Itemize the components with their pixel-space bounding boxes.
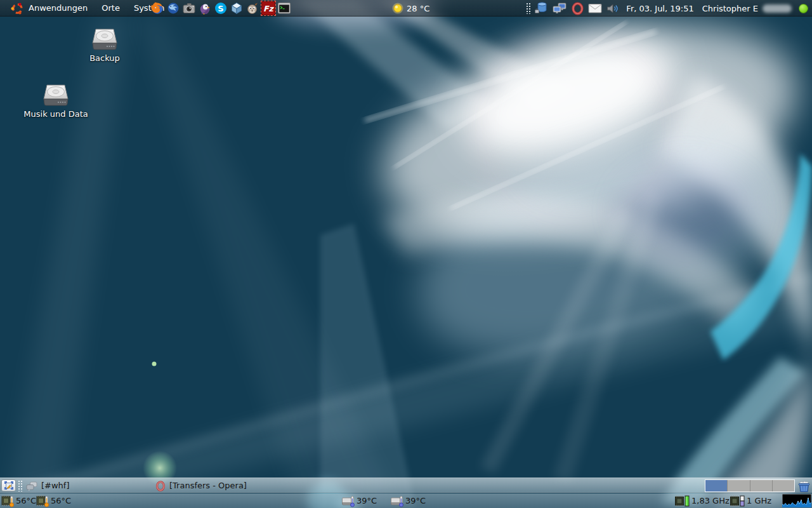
taskbar: [#whf] [Transfers - Opera] (0, 478, 812, 493)
firefox-icon (150, 1, 164, 15)
window-button-whf[interactable]: [#whf] (26, 478, 69, 493)
sensor-bar: 56°C 56°C 39°C 39°C (0, 493, 812, 508)
pidgin-icon (198, 1, 212, 15)
top-panel: Anwendungen Orte System (0, 0, 812, 17)
launcher-pidgin[interactable] (198, 1, 212, 15)
panel-launchers: S Fz (150, 1, 291, 15)
cpu-freq-applet-2[interactable]: 1 GHz (730, 493, 771, 508)
desktop-icon-label: Musik und Data (23, 109, 88, 119)
system-load-graph[interactable] (782, 494, 811, 507)
taskbar-drag-handle-icon[interactable] (18, 480, 23, 491)
hard-drive-icon (41, 83, 70, 107)
svg-text:Fz: Fz (263, 4, 275, 13)
tray-drag-handle-icon[interactable] (526, 3, 531, 14)
menu-label: Anwendungen (29, 0, 88, 17)
window-title: [#whf] (41, 478, 69, 493)
gimp-icon (246, 1, 259, 15)
trash-icon (797, 479, 811, 493)
filezilla-icon: Fz (261, 1, 275, 15)
opera-icon (155, 481, 166, 491)
cpu-temp-sensor-2: 56°C (36, 493, 71, 508)
clock-applet[interactable]: Fr, 03. Jul, 19:51 (626, 4, 693, 13)
cpu-temp-value: 56°C (51, 493, 71, 508)
cpu-freq-icon (674, 495, 690, 507)
presence-status-icon[interactable] (799, 4, 808, 13)
ubuntu-logo-icon (11, 2, 24, 15)
cpu-chip-thermometer-icon (1, 495, 15, 507)
svg-text:S: S (218, 4, 223, 13)
launcher-gimp[interactable] (246, 1, 259, 15)
mail-envelope-icon[interactable] (587, 2, 603, 15)
launcher-thunderbird[interactable] (166, 1, 180, 15)
network-monitors-icon[interactable] (552, 1, 568, 15)
workspace-4[interactable] (773, 480, 794, 491)
menu-anwendungen[interactable]: Anwendungen (4, 0, 95, 17)
virtualbox-icon (230, 1, 244, 15)
wallpaper-swoosh-art (0, 0, 812, 508)
menu-orte[interactable]: Orte (95, 0, 127, 17)
volume-speaker-icon[interactable] (606, 2, 619, 15)
workspace-1[interactable] (705, 480, 728, 491)
trash-applet[interactable] (797, 479, 811, 493)
skype-icon: S (214, 1, 228, 15)
window-title: [Transfers - Opera] (169, 478, 247, 493)
hard-drive-icon (90, 27, 119, 51)
launcher-terminal[interactable] (277, 1, 291, 15)
weather-applet[interactable]: 28 °C (391, 0, 429, 17)
hdd-thermometer-icon (341, 495, 355, 507)
hdd-thermometer-icon (390, 495, 404, 507)
launcher-firefox[interactable] (150, 1, 164, 15)
workspace-2[interactable] (728, 480, 750, 491)
launcher-filezilla[interactable]: Fz (261, 1, 275, 15)
menu-label: Orte (102, 0, 120, 17)
desktop-icon-backup[interactable]: Backup (67, 27, 143, 63)
cpu-freq-applet-1[interactable]: 1,83 GHz (674, 493, 730, 508)
desktop-icon-label: Backup (89, 53, 120, 63)
launcher-screenshot[interactable] (182, 1, 196, 15)
launcher-virtualbox[interactable] (230, 1, 244, 15)
cpu-freq-icon (730, 495, 745, 507)
cpu-freq-value: 1 GHz (747, 493, 771, 508)
workspace-3[interactable] (750, 480, 773, 491)
thunderbird-icon (166, 1, 180, 15)
camera-icon (182, 1, 196, 15)
cpu-freq-value: 1,83 GHz (691, 493, 730, 508)
hdd-temp-value: 39°C (357, 493, 377, 508)
system-tray: Fr, 03. Jul, 19:51 Christopher E (526, 0, 808, 17)
cpu-chip-thermometer-icon (36, 495, 49, 507)
launcher-skype[interactable]: S (214, 1, 228, 15)
workspace-switcher (705, 479, 795, 492)
hdd-temp-sensor-1: 39°C (341, 493, 377, 508)
cpu-temp-value: 56°C (16, 493, 36, 508)
terminal-icon (277, 1, 291, 15)
weather-temperature: 28 °C (407, 4, 429, 13)
hdd-temp-value: 39°C (405, 493, 426, 508)
show-desktop-icon (4, 481, 14, 490)
user-menu[interactable]: Christopher E (702, 4, 758, 13)
censored-surname (763, 4, 792, 13)
desktop-icon-musik-und-data[interactable]: Musik und Data (18, 83, 94, 119)
window-button-opera-transfers[interactable]: [Transfers - Opera] (155, 478, 247, 493)
opera-tray-icon[interactable] (571, 2, 584, 15)
hdd-temp-sensor-2: 39°C (390, 493, 426, 508)
show-desktop-button[interactable] (1, 479, 16, 491)
main-menubar: Anwendungen Orte System (4, 0, 171, 17)
load-graph-icon (782, 494, 811, 507)
desktop-wallpaper (0, 0, 812, 508)
cpu-temp-sensor-1: 56°C (1, 493, 36, 508)
sun-icon (391, 2, 404, 15)
removable-device-icon[interactable] (534, 1, 549, 15)
chat-bubbles-icon (26, 481, 37, 491)
